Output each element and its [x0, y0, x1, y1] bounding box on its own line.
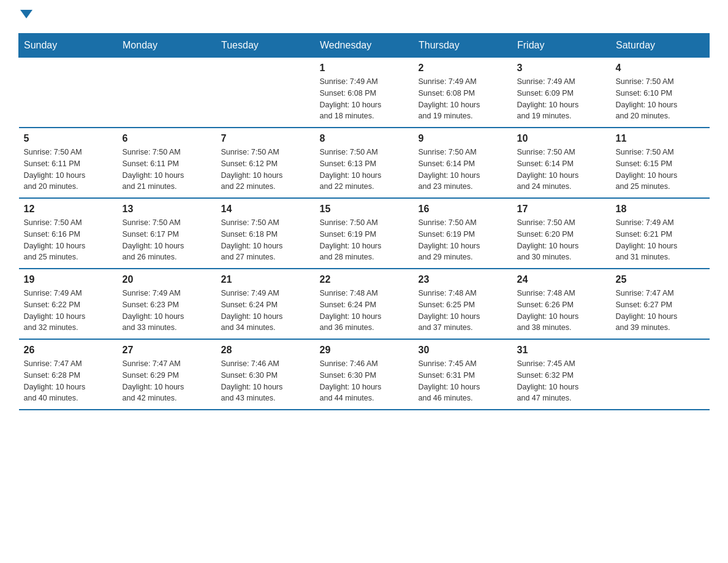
day-info: Sunrise: 7:47 AM Sunset: 6:28 PM Dayligh… — [24, 358, 113, 404]
logo — [18, 12, 32, 21]
day-number: 19 — [24, 274, 113, 285]
day-number: 9 — [419, 133, 507, 144]
day-number: 20 — [123, 274, 211, 285]
day-info: Sunrise: 7:50 AM Sunset: 6:17 PM Dayligh… — [123, 217, 211, 263]
calendar-week-1: 1Sunrise: 7:49 AM Sunset: 6:08 PM Daylig… — [19, 58, 710, 128]
calendar-cell: 27Sunrise: 7:47 AM Sunset: 6:29 PM Dayli… — [118, 339, 216, 410]
day-info: Sunrise: 7:50 AM Sunset: 6:10 PM Dayligh… — [616, 76, 705, 122]
calendar-cell: 12Sunrise: 7:50 AM Sunset: 6:16 PM Dayli… — [19, 198, 118, 269]
calendar-cell: 16Sunrise: 7:50 AM Sunset: 6:19 PM Dayli… — [414, 198, 512, 269]
day-info: Sunrise: 7:47 AM Sunset: 6:29 PM Dayligh… — [123, 358, 211, 404]
day-number: 21 — [221, 274, 310, 285]
calendar-cell — [118, 58, 216, 128]
calendar-cell: 20Sunrise: 7:49 AM Sunset: 6:23 PM Dayli… — [118, 269, 216, 339]
calendar-cell: 14Sunrise: 7:50 AM Sunset: 6:18 PM Dayli… — [216, 198, 315, 269]
calendar-cell: 13Sunrise: 7:50 AM Sunset: 6:17 PM Dayli… — [118, 198, 216, 269]
calendar-cell: 25Sunrise: 7:47 AM Sunset: 6:27 PM Dayli… — [611, 269, 710, 339]
calendar-cell: 23Sunrise: 7:48 AM Sunset: 6:25 PM Dayli… — [414, 269, 512, 339]
calendar-cell: 10Sunrise: 7:50 AM Sunset: 6:14 PM Dayli… — [512, 128, 611, 198]
day-number: 11 — [616, 133, 705, 144]
calendar-week-2: 5Sunrise: 7:50 AM Sunset: 6:11 PM Daylig… — [19, 128, 710, 198]
day-info: Sunrise: 7:49 AM Sunset: 6:08 PM Dayligh… — [419, 76, 507, 122]
day-info: Sunrise: 7:49 AM Sunset: 6:22 PM Dayligh… — [24, 288, 113, 334]
header-cell-thursday: Thursday — [414, 34, 512, 58]
calendar-cell: 11Sunrise: 7:50 AM Sunset: 6:15 PM Dayli… — [611, 128, 710, 198]
day-number: 30 — [419, 345, 507, 356]
day-info: Sunrise: 7:50 AM Sunset: 6:20 PM Dayligh… — [517, 217, 606, 263]
day-info: Sunrise: 7:50 AM Sunset: 6:18 PM Dayligh… — [221, 217, 310, 263]
day-info: Sunrise: 7:50 AM Sunset: 6:11 PM Dayligh… — [24, 147, 113, 193]
calendar-cell: 18Sunrise: 7:49 AM Sunset: 6:21 PM Dayli… — [611, 198, 710, 269]
calendar-cell: 2Sunrise: 7:49 AM Sunset: 6:08 PM Daylig… — [414, 58, 512, 128]
calendar-cell: 19Sunrise: 7:49 AM Sunset: 6:22 PM Dayli… — [19, 269, 118, 339]
calendar-cell: 24Sunrise: 7:48 AM Sunset: 6:26 PM Dayli… — [512, 269, 611, 339]
day-number: 22 — [320, 274, 409, 285]
day-info: Sunrise: 7:50 AM Sunset: 6:14 PM Dayligh… — [517, 147, 606, 193]
page-header — [18, 12, 710, 21]
day-info: Sunrise: 7:45 AM Sunset: 6:31 PM Dayligh… — [419, 358, 507, 404]
calendar-cell: 29Sunrise: 7:46 AM Sunset: 6:30 PM Dayli… — [315, 339, 414, 410]
day-info: Sunrise: 7:50 AM Sunset: 6:11 PM Dayligh… — [123, 147, 211, 193]
calendar-cell: 28Sunrise: 7:46 AM Sunset: 6:30 PM Dayli… — [216, 339, 315, 410]
day-info: Sunrise: 7:50 AM Sunset: 6:14 PM Dayligh… — [419, 147, 507, 193]
day-number: 8 — [320, 133, 409, 144]
day-number: 14 — [221, 204, 310, 215]
calendar-cell: 30Sunrise: 7:45 AM Sunset: 6:31 PM Dayli… — [414, 339, 512, 410]
calendar-cell: 7Sunrise: 7:50 AM Sunset: 6:12 PM Daylig… — [216, 128, 315, 198]
day-number: 1 — [320, 63, 409, 74]
day-info: Sunrise: 7:49 AM Sunset: 6:23 PM Dayligh… — [123, 288, 211, 334]
day-number: 12 — [24, 204, 113, 215]
calendar-cell: 17Sunrise: 7:50 AM Sunset: 6:20 PM Dayli… — [512, 198, 611, 269]
calendar-cell: 4Sunrise: 7:50 AM Sunset: 6:10 PM Daylig… — [611, 58, 710, 128]
calendar-week-3: 12Sunrise: 7:50 AM Sunset: 6:16 PM Dayli… — [19, 198, 710, 269]
calendar-cell — [216, 58, 315, 128]
header-cell-wednesday: Wednesday — [315, 34, 414, 58]
calendar-cell: 21Sunrise: 7:49 AM Sunset: 6:24 PM Dayli… — [216, 269, 315, 339]
day-info: Sunrise: 7:49 AM Sunset: 6:08 PM Dayligh… — [320, 76, 409, 122]
day-number: 25 — [616, 274, 705, 285]
day-number: 4 — [616, 63, 705, 74]
day-info: Sunrise: 7:48 AM Sunset: 6:25 PM Dayligh… — [419, 288, 507, 334]
logo-triangle-icon — [20, 10, 32, 18]
day-number: 31 — [517, 345, 606, 356]
day-number: 27 — [123, 345, 211, 356]
day-info: Sunrise: 7:50 AM Sunset: 6:12 PM Dayligh… — [221, 147, 310, 193]
day-info: Sunrise: 7:50 AM Sunset: 6:19 PM Dayligh… — [320, 217, 409, 263]
day-number: 29 — [320, 345, 409, 356]
calendar-cell: 22Sunrise: 7:48 AM Sunset: 6:24 PM Dayli… — [315, 269, 414, 339]
calendar-cell: 5Sunrise: 7:50 AM Sunset: 6:11 PM Daylig… — [19, 128, 118, 198]
day-number: 26 — [24, 345, 113, 356]
day-info: Sunrise: 7:49 AM Sunset: 6:21 PM Dayligh… — [616, 217, 705, 263]
day-info: Sunrise: 7:48 AM Sunset: 6:24 PM Dayligh… — [320, 288, 409, 334]
calendar-cell: 3Sunrise: 7:49 AM Sunset: 6:09 PM Daylig… — [512, 58, 611, 128]
day-info: Sunrise: 7:49 AM Sunset: 6:09 PM Dayligh… — [517, 76, 606, 122]
header-cell-tuesday: Tuesday — [216, 34, 315, 58]
day-number: 3 — [517, 63, 606, 74]
header-cell-friday: Friday — [512, 34, 611, 58]
calendar-week-5: 26Sunrise: 7:47 AM Sunset: 6:28 PM Dayli… — [19, 339, 710, 410]
day-number: 16 — [419, 204, 507, 215]
day-info: Sunrise: 7:50 AM Sunset: 6:15 PM Dayligh… — [616, 147, 705, 193]
day-number: 6 — [123, 133, 211, 144]
day-info: Sunrise: 7:46 AM Sunset: 6:30 PM Dayligh… — [221, 358, 310, 404]
day-number: 10 — [517, 133, 606, 144]
calendar-cell: 15Sunrise: 7:50 AM Sunset: 6:19 PM Dayli… — [315, 198, 414, 269]
calendar-header: SundayMondayTuesdayWednesdayThursdayFrid… — [19, 34, 710, 58]
day-info: Sunrise: 7:48 AM Sunset: 6:26 PM Dayligh… — [517, 288, 606, 334]
day-number: 18 — [616, 204, 705, 215]
day-number: 5 — [24, 133, 113, 144]
day-info: Sunrise: 7:45 AM Sunset: 6:32 PM Dayligh… — [517, 358, 606, 404]
header-cell-sunday: Sunday — [19, 34, 118, 58]
day-number: 23 — [419, 274, 507, 285]
day-info: Sunrise: 7:46 AM Sunset: 6:30 PM Dayligh… — [320, 358, 409, 404]
day-info: Sunrise: 7:50 AM Sunset: 6:19 PM Dayligh… — [419, 217, 507, 263]
day-info: Sunrise: 7:47 AM Sunset: 6:27 PM Dayligh… — [616, 288, 705, 334]
calendar-body: 1Sunrise: 7:49 AM Sunset: 6:08 PM Daylig… — [19, 58, 710, 410]
calendar-cell: 1Sunrise: 7:49 AM Sunset: 6:08 PM Daylig… — [315, 58, 414, 128]
calendar-cell: 26Sunrise: 7:47 AM Sunset: 6:28 PM Dayli… — [19, 339, 118, 410]
calendar-cell: 31Sunrise: 7:45 AM Sunset: 6:32 PM Dayli… — [512, 339, 611, 410]
header-row: SundayMondayTuesdayWednesdayThursdayFrid… — [19, 34, 710, 58]
day-number: 28 — [221, 345, 310, 356]
header-cell-saturday: Saturday — [611, 34, 710, 58]
day-number: 13 — [123, 204, 211, 215]
